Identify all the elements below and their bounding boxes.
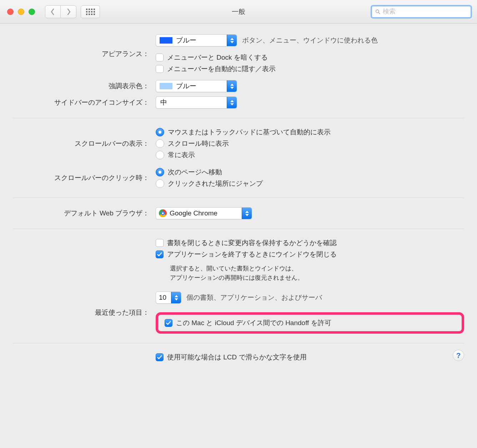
updown-arrows-icon <box>227 35 237 46</box>
content: アピアランス： ブルー ボタン、メニュー、ウインドウに使われる色 メニューバーと… <box>0 24 477 372</box>
back-button[interactable] <box>45 5 61 18</box>
recent-items-suffix: 個の書類、アプリケーション、およびサーバ <box>186 293 322 302</box>
dark-menu-label: メニューバーと Dock を暗くする <box>167 53 268 62</box>
autohide-menu-checkbox[interactable]: メニューバーを自動的に隠す／表示 <box>156 64 464 74</box>
dark-menu-checkbox[interactable]: メニューバーと Dock を暗くする <box>156 53 464 62</box>
chrome-icon <box>159 209 167 217</box>
handoff-highlight: この Mac と iCloud デバイス間での Handoff を許可 <box>156 312 464 334</box>
scrollbar-click-label: スクロールバーのクリック時： <box>13 173 156 183</box>
appearance-popup[interactable]: ブルー <box>156 34 237 46</box>
highlight-label: 強調表示色： <box>13 81 156 91</box>
scroll-click-next-label: 次のページへ移動 <box>168 168 222 177</box>
search-input[interactable] <box>383 8 468 15</box>
forward-button[interactable] <box>61 5 76 18</box>
zoom-window-button[interactable] <box>29 9 35 15</box>
sidebar-size-value: 中 <box>156 98 167 107</box>
window-title: 一般 <box>232 7 245 16</box>
ask-changes-checkbox[interactable]: 書類を閉じるときに変更内容を保持するかどうかを確認 <box>156 238 464 248</box>
default-browser-popup[interactable]: Google Chrome <box>156 207 252 219</box>
handoff-checkbox[interactable]: この Mac と iCloud デバイス間での Handoff を許可 <box>165 318 331 328</box>
scroll-click-next-radio[interactable]: 次のページへ移動 <box>156 168 464 177</box>
appearance-swatch <box>160 37 172 44</box>
autohide-menu-label: メニューバーを自動的に隠す／表示 <box>167 64 276 74</box>
scroll-show-when-radio[interactable]: スクロール時に表示 <box>156 139 464 148</box>
handoff-label: この Mac と iCloud デバイス間での Handoff を許可 <box>176 318 331 328</box>
help-button[interactable]: ? <box>453 350 464 361</box>
scroll-show-auto-radio[interactable]: マウスまたはトラックパッドに基づいて自動的に表示 <box>156 128 464 137</box>
highlight-popup[interactable]: ブルー <box>156 80 237 92</box>
search-field[interactable] <box>371 5 472 19</box>
help-icon: ? <box>456 352 461 360</box>
scroll-click-jump-label: クリックされた場所にジャンプ <box>168 179 263 188</box>
scroll-show-when-label: スクロール時に表示 <box>168 139 229 148</box>
highlight-swatch <box>160 83 172 89</box>
recent-items-value: 10 <box>156 294 169 302</box>
traffic-lights <box>7 9 35 15</box>
svg-point-0 <box>376 10 379 13</box>
close-window-button[interactable] <box>7 9 14 15</box>
appearance-label: アピアランス： <box>13 49 156 59</box>
recent-items-popup[interactable]: 10 <box>156 292 181 304</box>
minimize-window-button[interactable] <box>18 9 24 15</box>
appearance-note: ボタン、メニュー、ウインドウに使われる色 <box>242 36 378 45</box>
search-icon <box>375 9 381 15</box>
scroll-show-always-label: 常に表示 <box>168 150 195 160</box>
recent-items-label: 最近使った項目： <box>13 308 156 317</box>
lcd-smoothing-label: 使用可能な場合は LCD で滑らかな文字を使用 <box>167 353 307 362</box>
scroll-show-auto-label: マウスまたはトラックパッドに基づいて自動的に表示 <box>168 128 331 137</box>
svg-line-1 <box>378 13 380 14</box>
show-all-button[interactable] <box>81 5 100 18</box>
nav-buttons <box>45 5 76 18</box>
sidebar-size-popup[interactable]: 中 <box>156 96 237 109</box>
close-windows-label: アプリケーションを終了するときにウインドウを閉じる <box>167 250 337 259</box>
close-windows-desc: 選択すると、開いていた書類とウインドウは、 アプリケーションの再開時には復元され… <box>170 264 464 282</box>
updown-arrows-icon <box>227 80 237 92</box>
scrollbar-show-label: スクロールバーの表示： <box>13 139 156 148</box>
lcd-smoothing-checkbox[interactable]: 使用可能な場合は LCD で滑らかな文字を使用 <box>156 353 464 362</box>
titlebar: 一般 <box>0 0 477 24</box>
ask-changes-label: 書類を閉じるときに変更内容を保持するかどうかを確認 <box>167 238 337 248</box>
appearance-value: ブルー <box>176 36 196 45</box>
browser-value: Google Chrome <box>170 209 217 217</box>
grid-icon <box>86 9 95 15</box>
scroll-click-jump-radio[interactable]: クリックされた場所にジャンプ <box>156 179 464 188</box>
sidebar-icon-label: サイドバーのアイコンサイズ： <box>13 98 156 107</box>
browser-label: デフォルト Web ブラウザ： <box>13 209 156 218</box>
highlight-value: ブルー <box>176 81 196 91</box>
updown-arrows-icon <box>171 292 181 303</box>
close-windows-checkbox[interactable]: アプリケーションを終了するときにウインドウを閉じる <box>156 250 464 259</box>
scroll-show-always-radio[interactable]: 常に表示 <box>156 150 464 160</box>
updown-arrows-icon <box>242 208 252 219</box>
updown-arrows-icon <box>227 97 237 108</box>
